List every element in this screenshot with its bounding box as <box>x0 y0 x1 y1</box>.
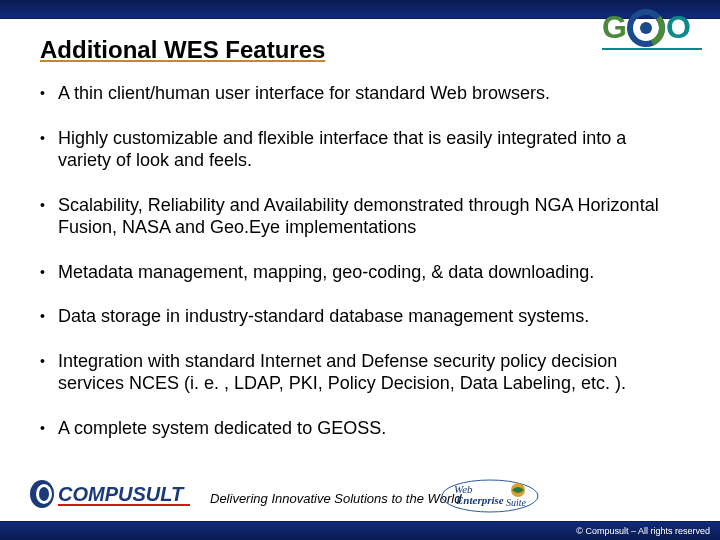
bullet-text: Metadata management, mapping, geo-coding… <box>58 261 680 284</box>
compusult-logo: COMPUSULT <box>30 478 200 514</box>
bullet-icon: • <box>40 82 58 104</box>
bullet-text: Highly customizable and flexible interfa… <box>58 127 680 172</box>
bullet-text: Data storage in industry-standard databa… <box>58 305 680 328</box>
copyright: © Compusult – All rights reserved <box>576 526 710 536</box>
bullet-list: •A thin client/human user interface for … <box>40 82 680 439</box>
bullet-icon: • <box>40 261 58 283</box>
list-item: •Metadata management, mapping, geo-codin… <box>40 261 680 284</box>
slide-title: Additional WES Features <box>40 36 680 64</box>
list-item: •Scalability, Reliability and Availabili… <box>40 194 680 239</box>
bottom-band: © Compusult – All rights reserved <box>0 521 720 540</box>
compusult-text: COMPUSULT <box>58 483 185 505</box>
bullet-icon: • <box>40 194 58 216</box>
slide-body: Additional WES Features •A thin client/h… <box>40 28 680 512</box>
svg-text:Suite: Suite <box>506 497 527 508</box>
bullet-icon: • <box>40 350 58 372</box>
bullet-text: Scalability, Reliability and Availabilit… <box>58 194 680 239</box>
svg-text:Enterprise: Enterprise <box>455 494 504 506</box>
svg-point-8 <box>39 487 49 501</box>
bullet-icon: • <box>40 305 58 327</box>
list-item: •Data storage in industry-standard datab… <box>40 305 680 328</box>
list-item: •A complete system dedicated to GEOSS. <box>40 417 680 440</box>
list-item: •Highly customizable and flexible interf… <box>40 127 680 172</box>
bullet-text: A complete system dedicated to GEOSS. <box>58 417 680 440</box>
svg-rect-9 <box>58 504 190 506</box>
list-item: •Integration with standard Internet and … <box>40 350 680 395</box>
bullet-text: A thin client/human user interface for s… <box>58 82 680 105</box>
wes-logo: Web Enterprise Suite <box>440 478 540 518</box>
bullet-icon: • <box>40 417 58 439</box>
bullet-text: Integration with standard Internet and D… <box>58 350 680 395</box>
bullet-icon: • <box>40 127 58 149</box>
tagline: Delivering Innovative Solutions to the W… <box>210 491 461 506</box>
list-item: •A thin client/human user interface for … <box>40 82 680 105</box>
